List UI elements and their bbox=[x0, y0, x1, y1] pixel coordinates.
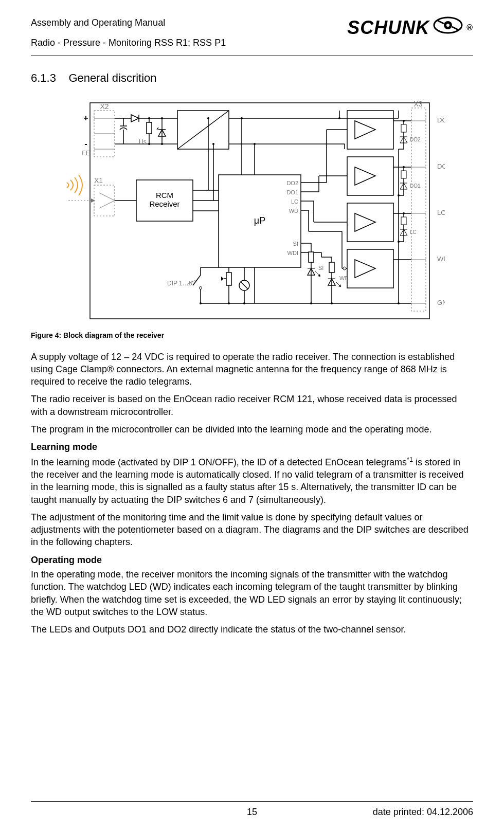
svg-marker-89 bbox=[221, 277, 224, 281]
svg-point-30 bbox=[148, 117, 150, 119]
svg-point-168 bbox=[338, 117, 340, 119]
paragraph-7: The LEDs and Outputs DO1 and DO2 directl… bbox=[31, 623, 473, 636]
svg-text:+: + bbox=[83, 114, 88, 122]
svg-text:DO2: DO2 bbox=[286, 180, 298, 186]
svg-text:WD: WD bbox=[437, 255, 445, 263]
svg-text:-: - bbox=[84, 139, 87, 148]
svg-rect-22 bbox=[147, 122, 152, 134]
svg-point-53 bbox=[207, 117, 209, 119]
svg-rect-40 bbox=[94, 185, 115, 216]
svg-line-3 bbox=[438, 21, 444, 24]
svg-point-2 bbox=[446, 24, 449, 27]
brand-name: SCHUNK bbox=[347, 17, 429, 39]
svg-line-42 bbox=[99, 193, 115, 201]
svg-line-43 bbox=[99, 201, 115, 208]
svg-text:LC: LC bbox=[291, 198, 298, 205]
label-rcm: RCM bbox=[156, 191, 173, 200]
svg-line-82 bbox=[336, 282, 339, 285]
paragraph-5: The adjustment of the monitoring time an… bbox=[31, 511, 473, 549]
svg-rect-69 bbox=[309, 252, 314, 262]
figure-caption: Figure 4: Block diagram of the receiver bbox=[31, 331, 473, 339]
svg-line-97 bbox=[193, 275, 201, 285]
body-text: A supply voltage of 12 – 24 VDC is requi… bbox=[31, 351, 473, 636]
svg-line-27 bbox=[157, 128, 158, 130]
trademark-symbol: ® bbox=[466, 23, 473, 32]
svg-point-156 bbox=[398, 194, 400, 196]
svg-rect-141 bbox=[347, 249, 393, 288]
svg-point-28 bbox=[161, 117, 163, 119]
svg-text:GND: GND bbox=[437, 299, 445, 306]
svg-point-54 bbox=[212, 143, 214, 145]
section-number: 6.1.3 bbox=[31, 71, 56, 84]
svg-rect-125 bbox=[401, 171, 406, 178]
label-x2: X2 bbox=[100, 102, 109, 111]
logo-icon bbox=[433, 15, 463, 40]
svg-point-29 bbox=[161, 143, 163, 145]
paragraph-2: The radio receiver is based on the EnOce… bbox=[31, 393, 473, 418]
svg-marker-14 bbox=[131, 115, 139, 122]
svg-point-157 bbox=[398, 241, 400, 243]
svg-text:SI: SI bbox=[293, 241, 298, 247]
svg-point-38 bbox=[241, 117, 243, 119]
heading-operating-mode: Operating mode bbox=[31, 554, 473, 566]
svg-text:X1: X1 bbox=[94, 176, 103, 185]
section-title: General discrition bbox=[68, 71, 156, 84]
svg-line-4 bbox=[452, 27, 458, 30]
svg-rect-129 bbox=[347, 203, 393, 242]
svg-rect-113 bbox=[401, 124, 406, 132]
block-diagram-svg: X2 + - FE Us bbox=[59, 98, 445, 324]
svg-text:FE: FE bbox=[82, 150, 89, 157]
header-text: Assembly and Operating Manual Radio - Pr… bbox=[31, 15, 226, 50]
svg-point-98 bbox=[200, 286, 202, 289]
svg-text:X3: X3 bbox=[413, 100, 422, 108]
paragraph-6: In the operating mode, the receiver moni… bbox=[31, 568, 473, 618]
svg-text:WDI: WDI bbox=[287, 250, 298, 256]
svg-rect-105 bbox=[347, 111, 393, 149]
svg-rect-137 bbox=[401, 217, 406, 225]
svg-text:SI: SI bbox=[318, 265, 323, 271]
svg-point-158 bbox=[398, 302, 400, 304]
label-receiver: Receiver bbox=[149, 200, 179, 208]
heading-learning-mode: Learning mode bbox=[31, 441, 473, 453]
section-heading: 6.1.3 General discrition bbox=[31, 71, 473, 85]
svg-line-72 bbox=[315, 271, 319, 275]
svg-rect-117 bbox=[347, 157, 393, 195]
svg-text:DO1: DO1 bbox=[437, 162, 445, 170]
label-up: μP bbox=[254, 215, 265, 226]
paragraph-4: In the learning mode (activated by DIP 1… bbox=[31, 456, 473, 506]
page-header: Assembly and Operating Manual Radio - Pr… bbox=[31, 15, 473, 56]
product-line: Radio - Pressure - Monitoring RSS R1; RS… bbox=[31, 35, 226, 50]
manual-title: Assembly and Operating Manual bbox=[31, 15, 226, 30]
svg-text:Us: Us bbox=[139, 138, 147, 146]
block-diagram-figure: X2 + - FE Us bbox=[31, 98, 473, 326]
svg-rect-87 bbox=[226, 273, 231, 285]
svg-text:DO1: DO1 bbox=[286, 189, 298, 195]
page-footer: 15 date printed: 04.12.2006 bbox=[31, 801, 473, 818]
svg-point-31 bbox=[148, 143, 150, 145]
paragraph-3: The program in the microcontroller can b… bbox=[31, 423, 473, 436]
svg-text:DO2: DO2 bbox=[437, 116, 445, 124]
svg-rect-79 bbox=[329, 262, 334, 273]
paragraph-1: A supply voltage of 12 – 24 VDC is requi… bbox=[31, 351, 473, 388]
print-date: date printed: 04.12.2006 bbox=[373, 807, 473, 818]
svg-text:LC: LC bbox=[410, 229, 417, 235]
svg-point-147 bbox=[343, 267, 346, 270]
svg-text:WD: WD bbox=[289, 208, 298, 214]
brand-logo: SCHUNK ® bbox=[347, 15, 473, 40]
svg-text:LC: LC bbox=[437, 209, 445, 216]
page-number: 15 bbox=[247, 807, 257, 818]
svg-marker-45 bbox=[91, 198, 95, 203]
